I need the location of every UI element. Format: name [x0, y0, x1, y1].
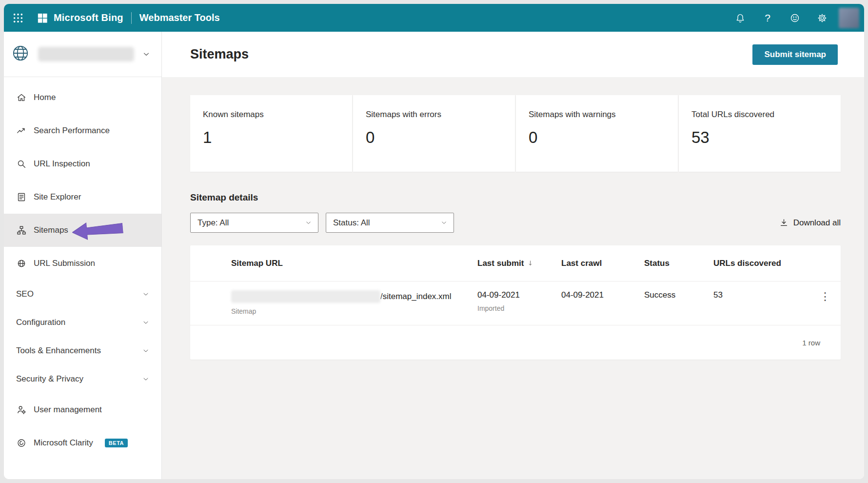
smiley-icon[interactable]: [781, 4, 809, 32]
waffle-icon[interactable]: [11, 4, 25, 32]
sidebar-item-sitemaps[interactable]: Sitemaps: [4, 214, 161, 247]
url-prefix-blurred: [231, 290, 380, 303]
last-submit-cell: 04-09-2021 Imported: [477, 290, 561, 312]
filters-row: Type: All Status: All: [190, 213, 841, 233]
status-cell: Success: [644, 290, 713, 300]
sitemap-url-cell: /sitemap_index.xml Sitemap: [190, 290, 477, 315]
stat-label: Total URLs discovered: [691, 110, 828, 120]
microsoft-logo-icon: [37, 13, 48, 23]
stat-card-sitemaps-with-warnings: Sitemaps with warnings 0: [516, 95, 678, 172]
type-filter-dropdown[interactable]: Type: All: [190, 213, 318, 233]
chevron-down-icon: [142, 375, 150, 383]
brand-title: Microsoft Bing: [54, 12, 123, 23]
sidebar-item-label: Search Performance: [34, 126, 110, 136]
stat-value: 0: [366, 128, 502, 147]
globe-icon: [16, 258, 27, 269]
sidebar-item-tools-enhancements[interactable]: Tools & Enhancements: [4, 337, 161, 365]
stat-card-total-urls-discovered: Total URLs discovered 53: [679, 95, 841, 172]
chevron-down-icon: [440, 219, 448, 226]
sidebar-item-label: Sitemaps: [34, 225, 68, 235]
stat-card-known-sitemaps: Known sitemaps 1: [190, 95, 352, 172]
last-submit-note: Imported: [477, 304, 561, 312]
download-all-button[interactable]: Download all: [779, 218, 841, 228]
status-filter-value: Status: All: [333, 218, 370, 228]
sidebar-item-label: User management: [34, 405, 102, 415]
brand-separator: [131, 12, 132, 24]
trend-up-icon: [16, 125, 27, 136]
sidebar-item-microsoft-clarity[interactable]: Microsoft Clarity BETA: [4, 426, 161, 460]
sidebar-item-security-privacy[interactable]: Security & Privacy: [4, 365, 161, 393]
chevron-down-icon: [142, 347, 150, 355]
main-content: Known sitemaps 1 Sitemaps with errors 0 …: [162, 77, 864, 479]
submit-sitemap-button[interactable]: Submit sitemap: [752, 44, 838, 65]
row-menu-kebab-icon[interactable]: ⋮: [809, 290, 841, 303]
beta-badge: BETA: [105, 439, 128, 447]
stat-label: Known sitemaps: [203, 110, 339, 120]
stats-row: Known sitemaps 1 Sitemaps with errors 0 …: [190, 95, 841, 172]
chevron-down-icon: [305, 219, 312, 226]
sidebar-item-label: Microsoft Clarity: [34, 438, 93, 448]
sidebar-item-label: Security & Privacy: [16, 374, 83, 384]
globe-icon: [11, 43, 30, 65]
bell-icon[interactable]: [727, 4, 754, 32]
avatar[interactable]: [839, 8, 859, 28]
download-all-label: Download all: [793, 218, 841, 228]
column-header-last-crawl[interactable]: Last crawl: [561, 259, 644, 268]
chevron-down-icon: [142, 319, 150, 326]
column-header-urls-discovered[interactable]: URLs discovered: [713, 259, 809, 268]
stat-value: 0: [529, 128, 665, 147]
topbar: Microsoft Bing Webmaster Tools ?: [4, 4, 864, 32]
sitemaps-table: Sitemap URL Last submit Last crawl: [190, 245, 841, 360]
table-row[interactable]: /sitemap_index.xml Sitemap 04-09-2021 Im…: [190, 282, 841, 325]
stat-value: 1: [203, 128, 339, 147]
sitemap-icon: [16, 225, 27, 236]
sitemap-type-label: Sitemap: [231, 307, 477, 315]
sort-descending-icon: [527, 260, 534, 267]
chevron-down-icon: [142, 290, 150, 298]
sidebar-item-configuration[interactable]: Configuration: [4, 308, 161, 337]
search-icon: [16, 159, 27, 169]
last-crawl-cell: 04-09-2021: [561, 290, 644, 300]
column-header-last-submit[interactable]: Last submit: [477, 259, 561, 268]
table-header-row: Sitemap URL Last submit Last crawl: [190, 245, 841, 282]
page-title: Sitemaps: [190, 47, 249, 62]
app-window: Microsoft Bing Webmaster Tools ?: [4, 4, 864, 479]
site-selector[interactable]: [4, 32, 161, 77]
sidebar-item-label: SEO: [16, 289, 34, 299]
sidebar-item-label: URL Submission: [34, 259, 95, 268]
gear-icon[interactable]: [809, 4, 836, 32]
main-header: Sitemaps Submit sitemap: [162, 32, 864, 77]
clarity-icon: [16, 438, 27, 448]
url-suffix: /sitemap_index.xml: [380, 292, 452, 302]
column-header-sitemap-url[interactable]: Sitemap URL: [190, 259, 477, 268]
product-title: Webmaster Tools: [139, 12, 220, 23]
person-gear-icon: [16, 404, 27, 415]
sidebar-item-label: Tools & Enhancements: [16, 346, 101, 356]
sidebar-item-label: Home: [34, 93, 56, 102]
sidebar-item-label: Site Explorer: [34, 192, 81, 202]
sidebar-item-url-submission[interactable]: URL Submission: [4, 247, 161, 280]
download-icon: [779, 218, 789, 227]
status-filter-dropdown[interactable]: Status: All: [326, 213, 454, 233]
sidebar-item-user-management[interactable]: User management: [4, 393, 161, 426]
help-icon[interactable]: ?: [754, 4, 781, 32]
column-header-status[interactable]: Status: [644, 259, 713, 268]
sidebar: Home Search Performance URL Inspection: [4, 32, 162, 479]
type-filter-value: Type: All: [197, 218, 229, 228]
site-name-blurred: [38, 47, 134, 61]
stat-card-sitemaps-with-errors: Sitemaps with errors 0: [353, 95, 515, 172]
sidebar-item-url-inspection[interactable]: URL Inspection: [4, 147, 161, 181]
sidebar-item-label: URL Inspection: [34, 159, 90, 169]
stat-label: Sitemaps with warnings: [529, 110, 665, 120]
site-explorer-icon: [16, 192, 27, 202]
home-icon: [16, 92, 27, 103]
stat-label: Sitemaps with errors: [366, 110, 502, 120]
sidebar-item-search-performance[interactable]: Search Performance: [4, 114, 161, 147]
sidebar-item-home[interactable]: Home: [4, 81, 161, 114]
sidebar-item-seo[interactable]: SEO: [4, 280, 161, 308]
stat-value: 53: [691, 128, 828, 147]
table-footer: 1 row: [190, 325, 841, 360]
sidebar-item-site-explorer[interactable]: Site Explorer: [4, 181, 161, 214]
row-count: 1 row: [802, 339, 820, 347]
section-title: Sitemap details: [190, 192, 841, 203]
